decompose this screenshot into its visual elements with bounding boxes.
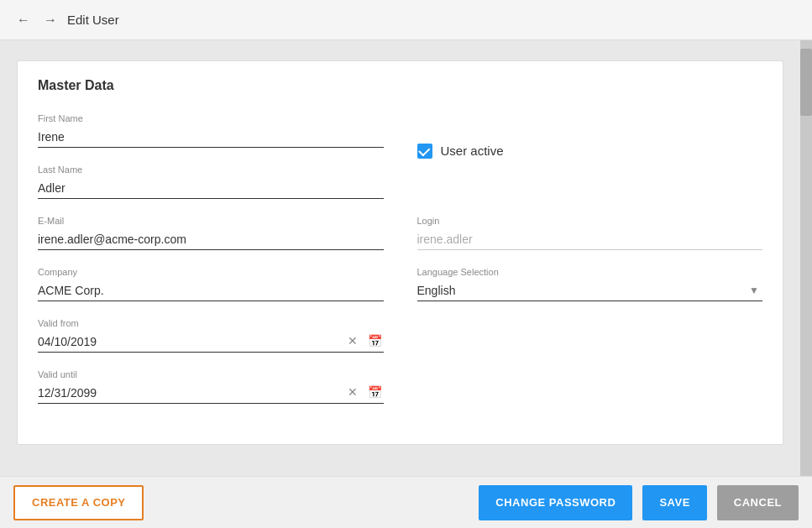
last-name-input[interactable] — [38, 178, 384, 199]
valid-until-calendar-icon[interactable]: 📅 — [366, 384, 384, 400]
create-copy-button[interactable]: CREATE A COPY — [13, 485, 144, 520]
back-arrow-icon[interactable]: ← — [13, 9, 34, 31]
first-name-field: First Name — [38, 113, 384, 148]
empty-right-2 — [417, 318, 763, 369]
user-active-row: User active — [417, 137, 763, 165]
valid-from-field: Valid from ✕ 📅 — [38, 318, 384, 353]
forward-arrow-icon[interactable]: → — [40, 9, 60, 31]
top-bar: ← → Edit User — [0, 0, 812, 40]
valid-from-input[interactable] — [38, 332, 384, 353]
language-field: Language Selection English German French… — [417, 267, 763, 301]
company-field: Company — [38, 267, 384, 301]
valid-until-input[interactable] — [38, 383, 384, 404]
last-name-label: Last Name — [38, 165, 384, 175]
section-title: Master Data — [38, 78, 762, 93]
last-name-field: Last Name — [38, 165, 384, 199]
user-active-label: User active — [441, 144, 504, 158]
email-input[interactable] — [38, 229, 384, 250]
user-active-checkbox[interactable] — [417, 144, 432, 159]
form-grid: First Name User active Last Name E — [38, 113, 762, 421]
valid-until-field: Valid until ✕ 📅 — [38, 369, 384, 404]
email-field: E-Mail — [38, 216, 384, 250]
master-data-card: Master Data First Name User active Last … — [17, 60, 783, 445]
empty-right-1 — [417, 165, 763, 216]
email-label: E-Mail — [38, 216, 384, 226]
scrollbar-thumb[interactable] — [800, 49, 812, 116]
cancel-button[interactable]: CANCEL — [717, 485, 799, 520]
company-input[interactable] — [38, 280, 384, 301]
scrollbar-track[interactable] — [800, 40, 812, 476]
scrollable-area[interactable]: Master Data First Name User active Last … — [0, 40, 800, 476]
login-label: Login — [417, 216, 763, 226]
valid-from-label: Valid from — [38, 318, 384, 328]
valid-from-calendar-icon[interactable]: 📅 — [366, 332, 384, 349]
bottom-bar: CREATE A COPY CHANGE PASSWORD SAVE CANCE… — [0, 476, 812, 528]
first-name-label: First Name — [38, 113, 384, 123]
valid-from-icons: ✕ 📅 — [346, 332, 384, 349]
company-label: Company — [38, 267, 384, 277]
first-name-input[interactable] — [38, 127, 384, 148]
valid-until-clear-icon[interactable]: ✕ — [346, 384, 359, 400]
login-input[interactable] — [417, 229, 763, 250]
language-select[interactable]: English German French Spanish — [417, 280, 763, 301]
main-content: Master Data First Name User active Last … — [0, 40, 812, 476]
valid-until-label: Valid until — [38, 369, 384, 379]
valid-until-icons: ✕ 📅 — [346, 384, 384, 400]
valid-from-clear-icon[interactable]: ✕ — [346, 332, 359, 349]
login-field: Login — [417, 216, 763, 250]
language-label: Language Selection — [417, 267, 763, 277]
page-title: Edit User — [67, 13, 119, 27]
save-button[interactable]: SAVE — [642, 485, 706, 520]
change-password-button[interactable]: CHANGE PASSWORD — [479, 485, 632, 520]
empty-right-3 — [417, 369, 763, 421]
